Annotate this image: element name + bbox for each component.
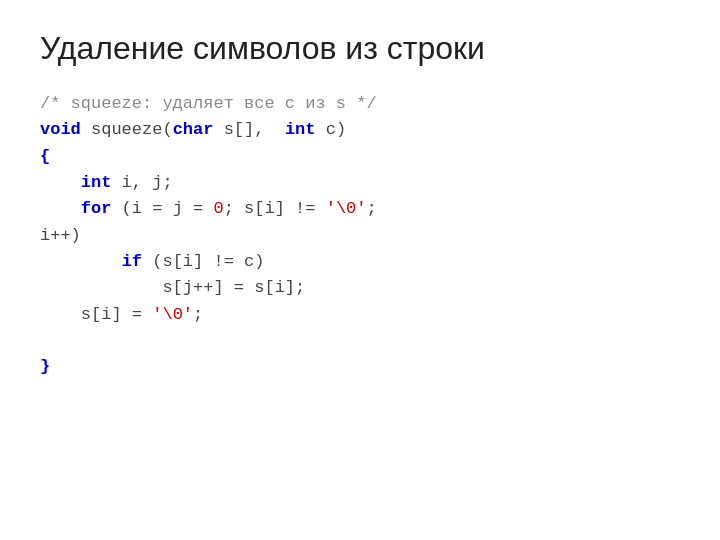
kw-char: char xyxy=(173,120,214,139)
num-0: 0 xyxy=(213,199,223,218)
kw-close-brace: } xyxy=(40,357,50,376)
text-si: s[i] = xyxy=(81,305,152,324)
code-block: /* squeeze: удаляет все с из s */ void s… xyxy=(40,91,680,381)
page-container: Удаление символов из строки /* squeeze: … xyxy=(0,0,720,540)
code-line-2: { xyxy=(40,144,680,170)
code-line-4: for (i = j = 0; s[i] != '\0'; xyxy=(40,196,680,222)
kw-int: int xyxy=(285,120,316,139)
text-c-param: c) xyxy=(315,120,346,139)
code-line-6: if (s[i] != c) xyxy=(40,249,680,275)
text-iinc: i++) xyxy=(40,226,81,245)
kw-void: void xyxy=(40,120,81,139)
comment-text: /* squeeze: удаляет все с из s */ xyxy=(40,94,377,113)
code-line-5: i++) xyxy=(40,223,680,249)
code-line-1: void squeeze(char s[], int c) xyxy=(40,117,680,143)
code-line-comment: /* squeeze: удаляет все с из s */ xyxy=(40,91,680,117)
kw-int2: int xyxy=(81,173,112,192)
code-line-8: s[i] = '\0'; xyxy=(40,302,680,328)
text-semicolon1: ; s[i] != xyxy=(224,199,326,218)
text-assign: s[j++] = s[i]; xyxy=(162,278,305,297)
page-title: Удаление символов из строки xyxy=(40,30,680,67)
text-s-param: s[], xyxy=(213,120,284,139)
text-semicolon2: ; xyxy=(193,305,203,324)
str-null2: '\0' xyxy=(152,305,193,324)
text-squeeze: squeeze( xyxy=(81,120,173,139)
kw-for: for xyxy=(81,199,112,218)
code-line-7: s[j++] = s[i]; xyxy=(40,275,680,301)
text-for-end: ; xyxy=(367,199,377,218)
text-for-cond: (i = j = xyxy=(111,199,213,218)
str-null1: '\0' xyxy=(326,199,367,218)
kw-if: if xyxy=(122,252,142,271)
code-line-9: } xyxy=(40,354,680,380)
code-line-3: int i, j; xyxy=(40,170,680,196)
kw-open-brace: { xyxy=(40,147,50,166)
code-line-blank xyxy=(40,328,680,354)
text-ij: i, j; xyxy=(111,173,172,192)
text-if-cond: (s[i] != c) xyxy=(142,252,264,271)
